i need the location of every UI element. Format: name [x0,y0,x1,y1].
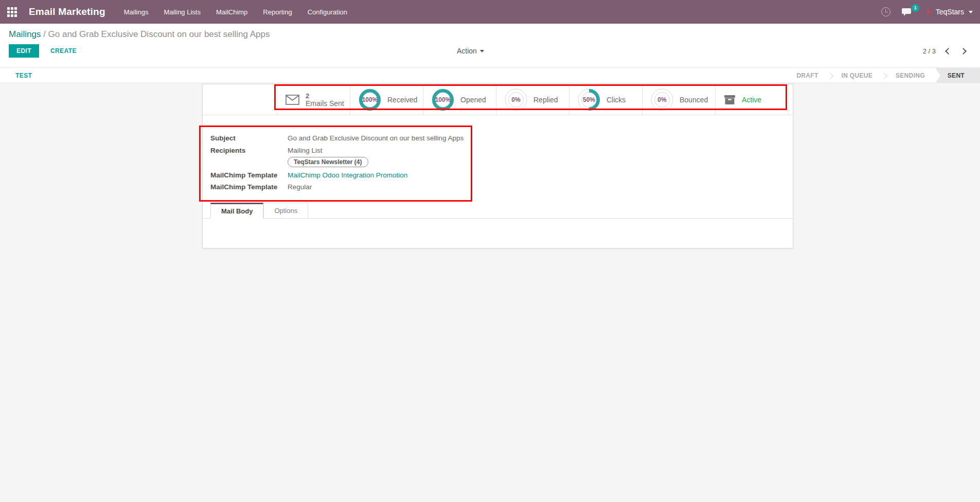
subject-label: Subject [210,134,288,142]
navbar-right: 1 TeqStars [881,0,973,24]
subject-value: Go and Grab Exclusive Discount on our be… [288,134,464,142]
menu-configuration[interactable]: Configuration [308,8,347,16]
opened-percent: 100% [432,88,454,111]
mailing-list-tag[interactable]: TeqStars Newsletter (4) [288,157,368,167]
archive-icon [724,95,736,105]
mail-body-content [203,219,793,248]
clicks-percent: 50% [578,88,600,111]
stat-button-row: 2 Emails Sent 100% Received [203,84,793,115]
menu-mailing-lists[interactable]: Mailing Lists [164,8,201,16]
top-navbar: Email Marketing Mailings Mailing Lists M… [0,0,980,24]
tab-mail-body[interactable]: Mail Body [210,203,263,219]
breadcrumb: Mailings / Go and Grab Exclusive Discoun… [9,29,270,40]
envelope-icon [286,95,299,105]
received-label: Received [387,96,417,104]
mailing-list-tag-row: TeqStars Newsletter (4) [210,157,368,167]
clicks-label: Clicks [607,96,626,104]
replied-percent: 0% [505,88,527,111]
mailchimp-template-label: MailChimp Template [210,171,288,179]
emails-sent-label: Emails Sent [306,100,344,107]
pager: 2 / 3 [923,47,966,55]
pager-next-icon[interactable] [960,48,967,55]
stat-replied[interactable]: 0% Replied [496,84,569,115]
subject-field-row: Subject Go and Grab Exclusive Discount o… [210,134,464,142]
status-step-in-queue[interactable]: IN QUEUE [831,68,883,83]
action-dropdown[interactable]: Action [457,47,484,55]
email-marketing-screen: Email Marketing Mailings Mailing Lists M… [0,0,980,502]
breadcrumb-separator: / [43,29,46,39]
stat-bounced[interactable]: 0% Bounced [643,84,716,115]
status-steps: DRAFT IN QUEUE SENDING SENT [786,68,980,83]
main-menu: Mailings Mailing Lists MailChimp Reporti… [124,8,347,16]
chevron-down-icon [480,50,484,52]
notebook-tabs: Mail Body Options [203,203,793,219]
status-step-sent[interactable]: SENT [935,68,980,83]
received-percent: 100% [359,88,381,111]
stat-emails-sent[interactable]: 2 Emails Sent [277,84,350,115]
stat-received[interactable]: 100% Received [350,84,423,115]
stat-opened[interactable]: 100% Opened [423,84,496,115]
active-label: Active [742,96,761,104]
emails-sent-count: 2 [306,92,344,100]
messages-button[interactable]: 1 [902,8,913,16]
apps-menu-button[interactable] [0,0,24,24]
recipients-label: Recipients [210,147,288,154]
user-name: TeqStars [936,8,964,16]
breadcrumb-mailings-link[interactable]: Mailings [9,29,41,39]
user-menu[interactable]: TeqStars [924,8,973,16]
control-buttons: EDIT CREATE [9,44,77,58]
menu-reporting[interactable]: Reporting [263,8,292,16]
apps-grid-icon [7,7,17,17]
status-step-draft[interactable]: DRAFT [786,68,828,83]
mailchimp-template-type-value: Regular [288,183,312,191]
breadcrumb-current: Go and Grab Exclusive Discount on our be… [48,29,270,39]
message-count-badge: 1 [912,4,919,12]
action-dropdown-label: Action [457,47,477,55]
teqstars-logo [924,8,932,16]
edit-button[interactable]: EDIT [9,44,39,58]
mailchimp-template-type-row: MailChimp Template Regular [210,183,312,191]
replied-label: Replied [533,96,558,104]
menu-mailings[interactable]: Mailings [124,8,149,16]
statusbar: TEST DRAFT IN QUEUE SENDING SENT [0,67,980,83]
pager-previous-icon[interactable] [945,48,952,55]
stat-buttons: 2 Emails Sent 100% Received [277,84,789,115]
mailing-form-sheet: 2 Emails Sent 100% Received [202,84,793,248]
recipients-field-row: Recipients Mailing List [210,147,323,154]
stat-clicks[interactable]: 50% Clicks [569,84,643,115]
bounced-label: Bounced [680,96,708,104]
activities-clock-icon[interactable] [881,7,890,16]
tab-options[interactable]: Options [263,203,308,218]
chevron-down-icon [969,11,973,13]
mailchimp-template-row: MailChimp Template MailChimp Odoo Integr… [210,171,407,179]
app-title[interactable]: Email Marketing [29,6,105,17]
menu-mailchimp[interactable]: MailChimp [216,8,247,16]
bounced-percent: 0% [651,88,673,111]
status-step-sending[interactable]: SENDING [885,68,935,83]
opened-label: Opened [460,96,486,104]
mailchimp-template-type-label: MailChimp Template [210,183,288,191]
test-button[interactable]: TEST [15,72,32,79]
pager-count: 2 / 3 [923,47,936,55]
mailchimp-template-link[interactable]: MailChimp Odoo Integration Promotion [288,171,407,179]
create-button[interactable]: CREATE [50,47,77,55]
recipients-value: Mailing List [288,147,323,154]
stat-active-toggle[interactable]: Active [716,84,788,115]
